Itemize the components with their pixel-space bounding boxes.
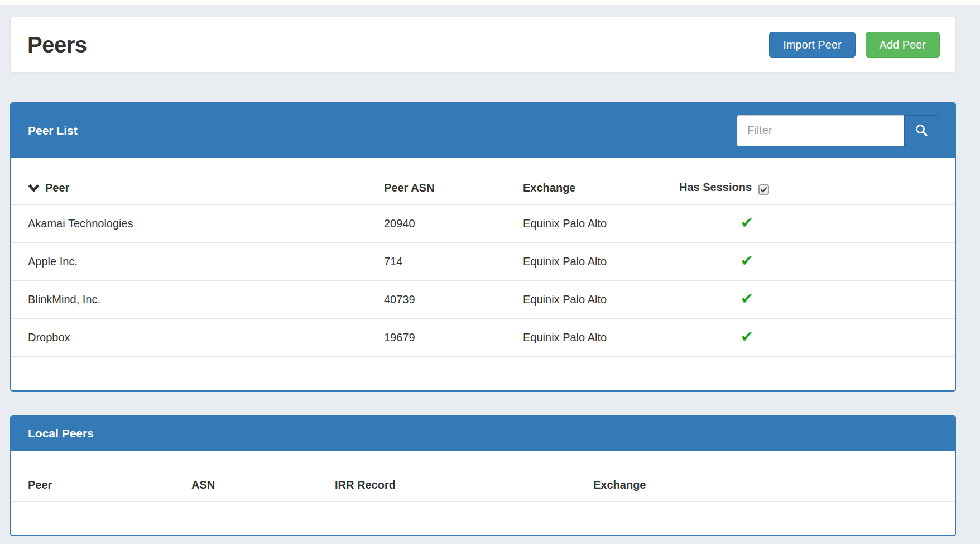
search-button[interactable] <box>904 115 939 146</box>
local-peers-body: Peer ASN IRR Record Exchange <box>11 451 955 535</box>
session-active-check-icon: ✔ <box>741 330 753 343</box>
peer-name-cell: Apple Inc. <box>11 243 379 281</box>
peer-asn-cell: 714 <box>379 243 518 281</box>
peer-name-cell: Akamai Technologies <box>11 205 379 243</box>
exchange-cell: Equinix Palo Alto <box>518 319 675 357</box>
exchange-cell: Equinix Palo Alto <box>518 243 675 281</box>
peer-name-cell: Dropbox <box>11 319 379 357</box>
has-sessions-cell: ✔ <box>675 319 955 357</box>
exchange-cell: Equinix Palo Alto <box>518 205 675 243</box>
column-header-peer-label: Peer <box>45 182 69 194</box>
filter-group <box>737 115 939 146</box>
peer-asn-cell: 40739 <box>379 281 518 319</box>
column-header-exchange: Exchange <box>518 158 675 205</box>
peer-asn-cell: 20940 <box>379 205 518 243</box>
exchange-cell: Equinix Palo Alto <box>518 281 675 319</box>
has-sessions-filter-checkbox[interactable] <box>758 184 769 195</box>
page-title: Peers <box>27 32 87 58</box>
has-sessions-cell: ✔ <box>675 243 955 281</box>
peer-row[interactable]: Apple Inc.714Equinix Palo Alto✔ <box>11 243 955 281</box>
session-active-check-icon: ✔ <box>741 292 753 305</box>
column-header-local-asn: ASN <box>187 451 330 502</box>
chevron-down-icon <box>28 184 40 192</box>
peer-list-tbody: Akamai Technologies20940Equinix Palo Alt… <box>11 205 955 357</box>
filter-input[interactable] <box>737 115 904 146</box>
column-header-has-sessions-label: Has Sessions <box>679 181 752 193</box>
local-peers-table: Peer ASN IRR Record Exchange <box>11 451 955 502</box>
header-buttons: Import Peer Add Peer <box>769 32 940 58</box>
column-header-local-exchange: Exchange <box>589 451 955 502</box>
peer-row[interactable]: Akamai Technologies20940Equinix Palo Alt… <box>11 205 955 243</box>
local-peers-panel: Local Peers Peer ASN IRR Record Exchange <box>10 415 956 536</box>
peer-list-header-row: Peer Peer ASN Exchange Has Sessions <box>11 158 955 205</box>
page-header: Peers Import Peer Add Peer <box>10 17 956 73</box>
search-icon <box>915 123 929 137</box>
checkbox-check-icon <box>760 187 767 193</box>
add-peer-button[interactable]: Add Peer <box>866 32 940 58</box>
column-header-peer-asn: Peer ASN <box>379 158 518 205</box>
peer-list-title: Peer List <box>28 124 78 137</box>
import-peer-button[interactable]: Import Peer <box>769 32 855 58</box>
peer-list-bottom-space <box>11 357 955 390</box>
local-peers-header-row: Peer ASN IRR Record Exchange <box>11 451 955 502</box>
peer-name-cell: BlinkMind, Inc. <box>11 281 379 319</box>
column-header-has-sessions: Has Sessions <box>675 158 955 205</box>
session-active-check-icon: ✔ <box>741 216 753 229</box>
peer-asn-cell: 19679 <box>379 319 518 357</box>
local-peers-bottom-space <box>11 502 955 535</box>
column-header-local-irr-record: IRR Record <box>330 451 589 502</box>
column-header-peer[interactable]: Peer <box>11 158 379 205</box>
peers-page: Peers Import Peer Add Peer Peer List <box>0 0 980 544</box>
session-active-check-icon: ✔ <box>741 254 753 267</box>
column-header-local-peer: Peer <box>11 451 187 502</box>
peer-list-table: Peer Peer ASN Exchange Has Sessions <box>11 158 955 357</box>
local-peers-title: Local Peers <box>28 427 94 440</box>
has-sessions-cell: ✔ <box>675 205 955 243</box>
peer-list-body: Peer Peer ASN Exchange Has Sessions <box>11 158 955 390</box>
peer-row[interactable]: BlinkMind, Inc.40739Equinix Palo Alto✔ <box>11 281 955 319</box>
local-peers-heading: Local Peers <box>11 416 955 451</box>
peer-list-heading: Peer List <box>11 103 955 158</box>
peer-row[interactable]: Dropbox19679Equinix Palo Alto✔ <box>11 319 955 357</box>
peer-list-panel: Peer List <box>10 102 956 392</box>
top-navbar-edge <box>0 0 980 5</box>
has-sessions-cell: ✔ <box>675 281 955 319</box>
